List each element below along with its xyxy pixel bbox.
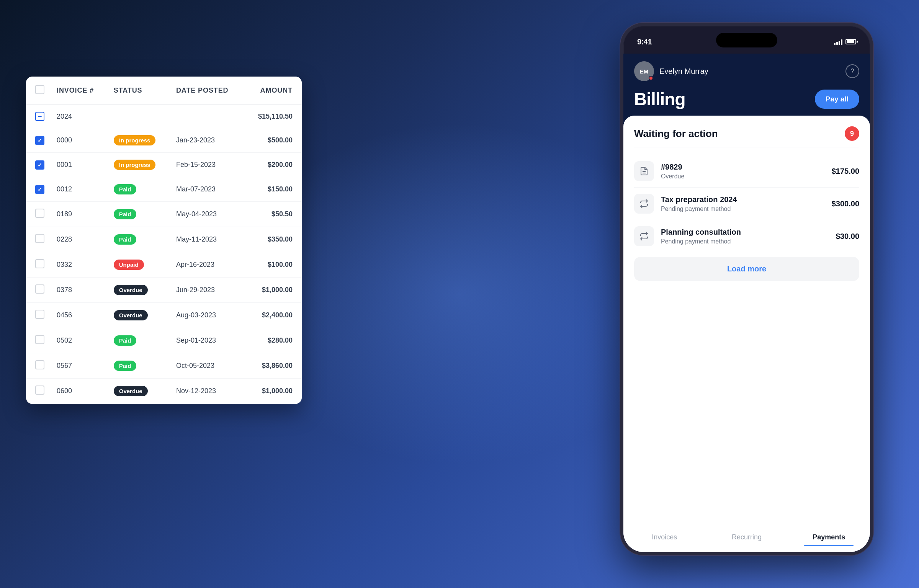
signal-bar-2 (836, 42, 838, 45)
dynamic-island (716, 33, 777, 47)
table-row: 0189 Paid May-04-2023 $50.50 (26, 202, 302, 227)
recurring-icon (634, 194, 654, 214)
waiting-title: Waiting for action (634, 128, 718, 140)
row-checkbox[interactable] (35, 160, 44, 170)
table-row: 0378 Overdue Jun-29-2023 $1,000.00 (26, 278, 302, 303)
invoice-amount: $3,860.00 (244, 353, 302, 379)
billing-card: Waiting for action 9 (623, 116, 870, 552)
invoice-date (170, 105, 244, 128)
invoice-amount: $150.00 (244, 177, 302, 202)
tab-invoices[interactable]: Invoices (623, 530, 706, 544)
item-amount: $30.00 (836, 232, 859, 241)
list-item[interactable]: Tax preparation 2024 Pending payment met… (634, 188, 859, 220)
tab-invoices-label: Invoices (652, 533, 677, 541)
signal-bar-1 (834, 43, 836, 45)
col-checkbox (26, 77, 51, 105)
phone-header: EM Evelyn Murray ? Billing Pay all (623, 54, 870, 116)
invoice-amount: $1,000.00 (244, 278, 302, 303)
invoice-amount: $280.00 (244, 328, 302, 353)
table-row: 0332 Unpaid Apr-16-2023 $100.00 (26, 252, 302, 278)
invoice-number: 0378 (51, 278, 108, 303)
invoice-amount: $2,400.00 (244, 303, 302, 328)
item-status: Pending payment method (661, 206, 825, 212)
invoice-number: 0000 (51, 128, 108, 153)
col-status: STATUS (108, 77, 170, 105)
col-invoice-number: INVOICE # (51, 77, 108, 105)
row-checkbox[interactable] (35, 310, 44, 319)
row-checkbox[interactable] (35, 136, 44, 145)
list-item[interactable]: #9829 Overdue $175.00 (634, 155, 859, 188)
online-indicator (649, 76, 653, 80)
row-checkbox[interactable] (35, 234, 44, 243)
invoice-status: Paid (108, 328, 170, 353)
help-button[interactable]: ? (845, 64, 859, 78)
row-checkbox[interactable] (35, 385, 44, 395)
invoice-status: Paid (108, 202, 170, 227)
invoice-status: Paid (108, 177, 170, 202)
bottom-tabs: Invoices Recurring Payments (623, 524, 870, 552)
item-name: Planning consultation (661, 228, 829, 237)
row-checkbox[interactable] (35, 185, 44, 194)
signal-bar-4 (841, 39, 842, 45)
invoice-date: May-11-2023 (170, 227, 244, 252)
invoice-date: Aug-03-2023 (170, 303, 244, 328)
phone-container: 9:41 EM (620, 23, 873, 555)
invoice-number: 0012 (51, 177, 108, 202)
table-row: 0012 Paid Mar-07-2023 $150.00 (26, 177, 302, 202)
invoice-file-icon (634, 161, 654, 181)
invoice-status: Overdue (108, 303, 170, 328)
item-name: Tax preparation 2024 (661, 195, 825, 204)
invoice-number: 0228 (51, 227, 108, 252)
invoice-number: 2024 (51, 105, 108, 128)
tab-payments[interactable]: Payments (788, 530, 870, 544)
waiting-count-badge: 9 (845, 126, 859, 141)
row-checkbox[interactable] (35, 284, 44, 294)
invoice-date: Nov-12-2023 (170, 379, 244, 404)
invoice-amount: $100.00 (244, 252, 302, 278)
item-name: #9829 (661, 163, 825, 172)
col-amount: AMOUNT (244, 77, 302, 105)
list-item[interactable]: Planning consultation Pending payment me… (634, 220, 859, 252)
waiting-section: Waiting for action 9 (623, 116, 870, 524)
user-row: EM Evelyn Murray ? (634, 61, 859, 81)
invoice-status: Paid (108, 227, 170, 252)
invoice-date: Oct-05-2023 (170, 353, 244, 379)
invoice-amount: $1,000.00 (244, 379, 302, 404)
row-checkbox[interactable] (35, 112, 44, 121)
invoice-amount: $50.50 (244, 202, 302, 227)
invoice-number: 0567 (51, 353, 108, 379)
col-date-posted: DATE POSTED (170, 77, 244, 105)
table-row: 0001 In progress Feb-15-2023 $200.00 (26, 153, 302, 177)
tab-recurring-label: Recurring (732, 533, 762, 541)
signal-bars-icon (834, 39, 842, 45)
table-row: 0567 Paid Oct-05-2023 $3,860.00 (26, 353, 302, 379)
user-name: Evelyn Murray (659, 67, 708, 76)
select-all-checkbox[interactable] (35, 85, 44, 94)
table-row: 0000 In progress Jan-23-2023 $500.00 (26, 128, 302, 153)
recurring-icon-2 (634, 226, 654, 246)
phone-content: EM Evelyn Murray ? Billing Pay all (623, 54, 870, 552)
invoice-status: Overdue (108, 379, 170, 404)
invoice-date: Jun-29-2023 (170, 278, 244, 303)
invoice-date: Mar-07-2023 (170, 177, 244, 202)
invoice-status: In progress (108, 153, 170, 177)
row-checkbox[interactable] (35, 360, 44, 369)
phone-frame: 9:41 EM (620, 23, 873, 555)
pay-all-button[interactable]: Pay all (815, 90, 859, 109)
invoice-status: Unpaid (108, 252, 170, 278)
item-amount: $300.00 (832, 199, 859, 208)
item-details: Tax preparation 2024 Pending payment met… (661, 195, 825, 212)
invoice-amount: $350.00 (244, 227, 302, 252)
billing-row: Billing Pay all (634, 89, 859, 109)
load-more-button[interactable]: Load more (634, 257, 859, 281)
user-info: EM Evelyn Murray (634, 61, 708, 81)
row-checkbox[interactable] (35, 209, 44, 218)
invoice-status: Paid (108, 353, 170, 379)
table-row: 0456 Overdue Aug-03-2023 $2,400.00 (26, 303, 302, 328)
tab-recurring[interactable]: Recurring (706, 530, 788, 544)
invoice-number: 0001 (51, 153, 108, 177)
invoice-number: 0502 (51, 328, 108, 353)
table-row: 0502 Paid Sep-01-2023 $280.00 (26, 328, 302, 353)
row-checkbox[interactable] (35, 259, 44, 268)
row-checkbox[interactable] (35, 335, 44, 344)
